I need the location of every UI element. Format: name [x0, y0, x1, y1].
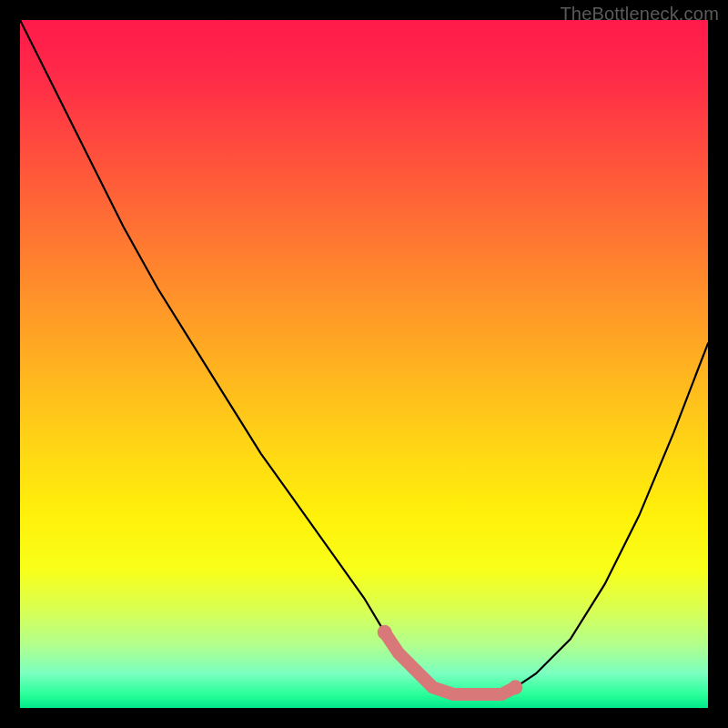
chart-svg [20, 20, 708, 708]
chart-stage: TheBottleneck.com [0, 0, 728, 728]
watermark-text: TheBottleneck.com [560, 4, 719, 25]
highlight-dot-start [378, 625, 392, 640]
highlight-path [385, 632, 516, 694]
curve-path [20, 20, 708, 694]
highlight-dot-end [508, 680, 522, 694]
